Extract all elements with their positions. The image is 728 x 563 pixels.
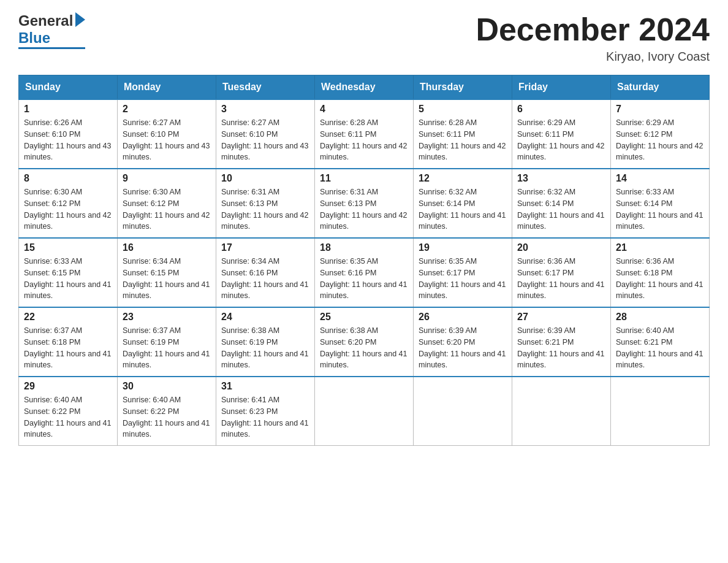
table-row: 12 Sunrise: 6:32 AM Sunset: 6:14 PM Dayl…: [414, 169, 512, 238]
day-info: Sunrise: 6:34 AM Sunset: 6:15 PM Dayligh…: [123, 256, 211, 302]
table-row: 30 Sunrise: 6:40 AM Sunset: 6:22 PM Dayl…: [118, 377, 216, 446]
day-number: 15: [24, 242, 112, 253]
day-info: Sunrise: 6:32 AM Sunset: 6:14 PM Dayligh…: [419, 186, 507, 232]
title-area: December 2024 Kiryao, Ivory Coast: [476, 12, 710, 64]
day-info: Sunrise: 6:27 AM Sunset: 6:10 PM Dayligh…: [221, 117, 309, 163]
logo-underline: [18, 47, 85, 49]
day-info: Sunrise: 6:33 AM Sunset: 6:14 PM Dayligh…: [616, 186, 704, 232]
calendar-week-row: 29 Sunrise: 6:40 AM Sunset: 6:22 PM Dayl…: [19, 377, 710, 446]
table-row: 17 Sunrise: 6:34 AM Sunset: 6:16 PM Dayl…: [216, 238, 315, 307]
day-number: 24: [221, 312, 309, 323]
day-info: Sunrise: 6:39 AM Sunset: 6:21 PM Dayligh…: [517, 325, 605, 371]
day-info: Sunrise: 6:31 AM Sunset: 6:13 PM Dayligh…: [320, 186, 408, 232]
day-info: Sunrise: 6:30 AM Sunset: 6:12 PM Dayligh…: [123, 186, 211, 232]
logo-arrow-icon: [75, 12, 85, 27]
table-row: 11 Sunrise: 6:31 AM Sunset: 6:13 PM Dayl…: [315, 169, 414, 238]
day-info: Sunrise: 6:27 AM Sunset: 6:10 PM Dayligh…: [123, 117, 211, 163]
day-number: 17: [221, 242, 309, 253]
day-info: Sunrise: 6:37 AM Sunset: 6:18 PM Dayligh…: [24, 325, 112, 371]
day-info: Sunrise: 6:39 AM Sunset: 6:20 PM Dayligh…: [419, 325, 507, 371]
header-sunday: Sunday: [19, 75, 118, 100]
table-row: 8 Sunrise: 6:30 AM Sunset: 6:12 PM Dayli…: [19, 169, 118, 238]
logo-blue-text: Blue: [18, 29, 50, 47]
table-row: 5 Sunrise: 6:28 AM Sunset: 6:11 PM Dayli…: [414, 99, 512, 169]
header-saturday: Saturday: [611, 75, 710, 100]
table-row: 27 Sunrise: 6:39 AM Sunset: 6:21 PM Dayl…: [512, 307, 611, 377]
table-row: 19 Sunrise: 6:35 AM Sunset: 6:17 PM Dayl…: [414, 238, 512, 307]
table-row: 16 Sunrise: 6:34 AM Sunset: 6:15 PM Dayl…: [118, 238, 216, 307]
table-row: 24 Sunrise: 6:38 AM Sunset: 6:19 PM Dayl…: [216, 307, 315, 377]
day-number: 7: [616, 104, 704, 115]
table-row: 29 Sunrise: 6:40 AM Sunset: 6:22 PM Dayl…: [19, 377, 118, 446]
day-number: 2: [123, 104, 211, 115]
day-number: 22: [24, 312, 112, 323]
day-number: 29: [24, 381, 112, 392]
day-info: Sunrise: 6:26 AM Sunset: 6:10 PM Dayligh…: [24, 117, 112, 163]
table-row: 2 Sunrise: 6:27 AM Sunset: 6:10 PM Dayli…: [118, 99, 216, 169]
table-row: 25 Sunrise: 6:38 AM Sunset: 6:20 PM Dayl…: [315, 307, 414, 377]
table-row: 28 Sunrise: 6:40 AM Sunset: 6:21 PM Dayl…: [611, 307, 710, 377]
calendar-week-row: 22 Sunrise: 6:37 AM Sunset: 6:18 PM Dayl…: [19, 307, 710, 377]
calendar-table: Sunday Monday Tuesday Wednesday Thursday…: [18, 75, 710, 446]
day-info: Sunrise: 6:33 AM Sunset: 6:15 PM Dayligh…: [24, 256, 112, 302]
day-number: 27: [517, 312, 605, 323]
day-info: Sunrise: 6:40 AM Sunset: 6:22 PM Dayligh…: [24, 394, 112, 440]
day-info: Sunrise: 6:31 AM Sunset: 6:13 PM Dayligh…: [221, 186, 309, 232]
day-number: 10: [221, 173, 309, 184]
header-tuesday: Tuesday: [216, 75, 315, 100]
table-row: 21 Sunrise: 6:36 AM Sunset: 6:18 PM Dayl…: [611, 238, 710, 307]
day-number: 25: [320, 312, 408, 323]
day-info: Sunrise: 6:36 AM Sunset: 6:18 PM Dayligh…: [616, 256, 704, 302]
page-header: General Blue December 2024 Kiryao, Ivory…: [18, 12, 710, 64]
day-info: Sunrise: 6:29 AM Sunset: 6:11 PM Dayligh…: [517, 117, 605, 163]
day-info: Sunrise: 6:38 AM Sunset: 6:20 PM Dayligh…: [320, 325, 408, 371]
day-info: Sunrise: 6:40 AM Sunset: 6:21 PM Dayligh…: [616, 325, 704, 371]
table-row: 14 Sunrise: 6:33 AM Sunset: 6:14 PM Dayl…: [611, 169, 710, 238]
table-row: 1 Sunrise: 6:26 AM Sunset: 6:10 PM Dayli…: [19, 99, 118, 169]
day-info: Sunrise: 6:28 AM Sunset: 6:11 PM Dayligh…: [320, 117, 408, 163]
day-number: 23: [123, 312, 211, 323]
day-number: 30: [123, 381, 211, 392]
table-row: [315, 377, 414, 446]
table-row: [414, 377, 512, 446]
day-number: 6: [517, 104, 605, 115]
day-info: Sunrise: 6:37 AM Sunset: 6:19 PM Dayligh…: [123, 325, 211, 371]
table-row: [512, 377, 611, 446]
day-info: Sunrise: 6:36 AM Sunset: 6:17 PM Dayligh…: [517, 256, 605, 302]
table-row: 6 Sunrise: 6:29 AM Sunset: 6:11 PM Dayli…: [512, 99, 611, 169]
day-number: 26: [419, 312, 507, 323]
day-info: Sunrise: 6:29 AM Sunset: 6:12 PM Dayligh…: [616, 117, 704, 163]
table-row: 23 Sunrise: 6:37 AM Sunset: 6:19 PM Dayl…: [118, 307, 216, 377]
table-row: 18 Sunrise: 6:35 AM Sunset: 6:16 PM Dayl…: [315, 238, 414, 307]
day-number: 31: [221, 381, 309, 392]
logo: General Blue: [18, 12, 85, 49]
day-info: Sunrise: 6:40 AM Sunset: 6:22 PM Dayligh…: [123, 394, 211, 440]
day-info: Sunrise: 6:41 AM Sunset: 6:23 PM Dayligh…: [221, 394, 309, 440]
day-number: 3: [221, 104, 309, 115]
table-row: 22 Sunrise: 6:37 AM Sunset: 6:18 PM Dayl…: [19, 307, 118, 377]
day-info: Sunrise: 6:32 AM Sunset: 6:14 PM Dayligh…: [517, 186, 605, 232]
day-info: Sunrise: 6:35 AM Sunset: 6:16 PM Dayligh…: [320, 256, 408, 302]
day-number: 28: [616, 312, 704, 323]
day-number: 9: [123, 173, 211, 184]
day-number: 12: [419, 173, 507, 184]
calendar-header-row: Sunday Monday Tuesday Wednesday Thursday…: [19, 75, 710, 100]
header-thursday: Thursday: [414, 75, 512, 100]
day-info: Sunrise: 6:35 AM Sunset: 6:17 PM Dayligh…: [419, 256, 507, 302]
logo-general-text: General: [18, 12, 73, 29]
month-title: December 2024: [476, 12, 710, 47]
table-row: 20 Sunrise: 6:36 AM Sunset: 6:17 PM Dayl…: [512, 238, 611, 307]
table-row: 31 Sunrise: 6:41 AM Sunset: 6:23 PM Dayl…: [216, 377, 315, 446]
day-number: 8: [24, 173, 112, 184]
day-number: 18: [320, 242, 408, 253]
table-row: [611, 377, 710, 446]
day-number: 11: [320, 173, 408, 184]
table-row: 15 Sunrise: 6:33 AM Sunset: 6:15 PM Dayl…: [19, 238, 118, 307]
day-info: Sunrise: 6:30 AM Sunset: 6:12 PM Dayligh…: [24, 186, 112, 232]
header-wednesday: Wednesday: [315, 75, 414, 100]
table-row: 9 Sunrise: 6:30 AM Sunset: 6:12 PM Dayli…: [118, 169, 216, 238]
day-number: 1: [24, 104, 112, 115]
table-row: 13 Sunrise: 6:32 AM Sunset: 6:14 PM Dayl…: [512, 169, 611, 238]
day-number: 20: [517, 242, 605, 253]
day-info: Sunrise: 6:38 AM Sunset: 6:19 PM Dayligh…: [221, 325, 309, 371]
